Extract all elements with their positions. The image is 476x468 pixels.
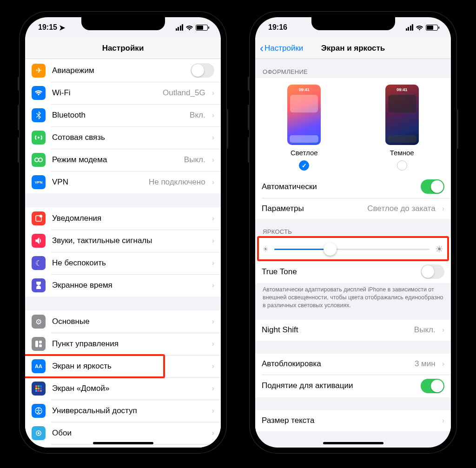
svg-point-17 xyxy=(38,409,40,410)
brightness-slider-row[interactable]: ☀︎ ☀︎ xyxy=(255,238,451,260)
row-value: Вкл. xyxy=(190,111,205,120)
row-airplane[interactable]: ✈︎ Авиарежим xyxy=(25,59,221,82)
row-wallpaper[interactable]: Обои › xyxy=(25,422,221,444)
row-label: Размер текста xyxy=(262,416,436,425)
truetone-footer: Автоматически адаптировать дисплей iPhon… xyxy=(255,283,451,314)
chevron-right-icon: › xyxy=(212,111,214,119)
option-label: Светлое xyxy=(291,149,318,157)
row-value: Outland_5G xyxy=(163,88,205,98)
row-text-size[interactable]: Размер текста › xyxy=(255,410,451,431)
hotspot-icon xyxy=(32,153,46,167)
vpn-icon: VPN xyxy=(32,175,46,189)
row-display-brightness[interactable]: AA Экран и яркость › xyxy=(25,355,221,377)
auto-switch[interactable] xyxy=(421,179,444,194)
nav-bar: ‹ Настройки Экран и яркость xyxy=(255,38,451,59)
row-label: Универсальный доступ xyxy=(52,406,205,415)
truetone-switch[interactable] xyxy=(421,264,444,279)
accessibility-icon xyxy=(32,404,46,418)
brightness-slider[interactable] xyxy=(274,249,430,250)
row-value: Выкл. xyxy=(414,325,436,335)
appearance-option-dark[interactable]: 09:41 Темное xyxy=(385,85,419,171)
row-label: VPN xyxy=(52,178,142,187)
row-sounds[interactable]: Звуки, тактильные сигналы › xyxy=(25,230,221,252)
wallpaper-icon xyxy=(32,426,46,440)
bluetooth-icon xyxy=(32,108,46,122)
row-siri[interactable]: Siri и Поиск › xyxy=(25,444,221,448)
nav-title: Настройки xyxy=(102,44,144,53)
row-vpn[interactable]: VPN VPN Не подключено › xyxy=(25,171,221,193)
row-label: Не беспокоить xyxy=(52,258,205,268)
settings-group-notifications: Уведомления › Звуки, тактильные сигналы … xyxy=(25,207,221,297)
row-home-screen[interactable]: Экран «Домой» › xyxy=(25,377,221,400)
row-params[interactable]: Параметры Светлое до заката › xyxy=(255,198,451,219)
chevron-right-icon: › xyxy=(442,326,444,334)
row-wifi[interactable]: Wi-Fi Outland_5G › xyxy=(25,82,221,104)
row-screentime[interactable]: Экранное время › xyxy=(25,274,221,297)
chevron-right-icon: › xyxy=(212,429,214,437)
chevron-right-icon: › xyxy=(212,156,214,164)
back-button[interactable]: ‹ Настройки xyxy=(260,43,303,54)
row-cellular[interactable]: Сотовая связь › xyxy=(25,126,221,149)
appearance-option-light[interactable]: 09:41 Светлое xyxy=(287,85,321,171)
appearance-picker: 09:41 Светлое 09:41 Темное xyxy=(255,78,451,175)
screentime-icon xyxy=(32,278,46,292)
row-label: Автоматически xyxy=(262,182,414,191)
row-autolock[interactable]: Автоблокировка 3 мин › xyxy=(255,354,451,375)
row-label: Уведомления xyxy=(52,214,205,223)
home-indicator[interactable] xyxy=(323,442,383,444)
row-label: Основные xyxy=(52,317,205,326)
row-label: Экран «Домой» xyxy=(52,384,205,393)
wifi-status-icon xyxy=(416,25,423,31)
row-label: Параметры xyxy=(262,204,361,213)
chevron-right-icon: › xyxy=(212,384,214,393)
control-center-icon xyxy=(32,337,46,351)
row-value: 3 мин xyxy=(415,359,436,369)
row-label: True Tone xyxy=(262,267,414,277)
raise-switch[interactable] xyxy=(421,379,444,393)
row-accessibility[interactable]: Универсальный доступ › xyxy=(25,400,221,422)
row-night-shift[interactable]: Night Shift Выкл. › xyxy=(255,320,451,341)
row-label: Режим модема xyxy=(52,155,178,165)
radio-light[interactable] xyxy=(299,160,309,171)
row-general[interactable]: ⚙︎ Основные › xyxy=(25,310,221,333)
chevron-right-icon: › xyxy=(442,360,444,368)
svg-rect-12 xyxy=(40,388,42,389)
svg-rect-10 xyxy=(35,388,37,389)
row-label: Поднятие для активации xyxy=(262,381,414,390)
airplane-icon: ✈︎ xyxy=(32,64,46,78)
battery-icon xyxy=(196,25,208,31)
home-indicator[interactable] xyxy=(93,442,153,444)
airplane-switch[interactable] xyxy=(191,63,214,78)
row-bluetooth[interactable]: Bluetooth Вкл. › xyxy=(25,104,221,126)
row-label: Авиарежим xyxy=(52,66,184,75)
status-time: 19:16 xyxy=(268,23,287,32)
radio-dark[interactable] xyxy=(397,160,407,171)
row-label: Wi-Fi xyxy=(52,88,156,98)
chevron-right-icon: › xyxy=(212,237,214,245)
settings-group-general: ⚙︎ Основные › Пункт управления › AA Экра… xyxy=(25,310,221,448)
preview-time: 09:41 xyxy=(287,87,321,92)
row-raise[interactable]: Поднятие для активации xyxy=(255,375,451,397)
chevron-right-icon: › xyxy=(212,317,214,326)
row-dnd[interactable]: ☾ Не беспокоить › xyxy=(25,252,221,274)
display-icon: AA xyxy=(32,359,46,373)
row-label: Звуки, тактильные сигналы xyxy=(52,236,205,245)
dnd-icon: ☾ xyxy=(32,256,46,270)
svg-rect-7 xyxy=(35,385,37,387)
row-value: Не подключено xyxy=(149,178,205,187)
svg-rect-6 xyxy=(39,344,42,347)
row-truetone[interactable]: True Tone xyxy=(255,260,451,283)
svg-point-1 xyxy=(39,158,42,162)
dark-preview: 09:41 xyxy=(385,85,419,145)
option-label: Темное xyxy=(390,149,414,157)
section-header-brightness: ЯРКОСТЬ xyxy=(255,219,451,238)
row-hotspot[interactable]: Режим модема Выкл. › xyxy=(25,149,221,171)
phone-right: 19:16 ‹ Настройки Экран и яркость ОФОРМЛ… xyxy=(250,12,456,453)
section-header-appearance: ОФОРМЛЕНИЕ xyxy=(255,59,451,78)
wifi-icon xyxy=(32,86,46,100)
row-notifications[interactable]: Уведомления › xyxy=(25,207,221,230)
svg-point-19 xyxy=(38,432,40,434)
svg-rect-8 xyxy=(38,385,40,387)
row-auto[interactable]: Автоматически xyxy=(255,175,451,198)
row-control-center[interactable]: Пункт управления › xyxy=(25,333,221,355)
